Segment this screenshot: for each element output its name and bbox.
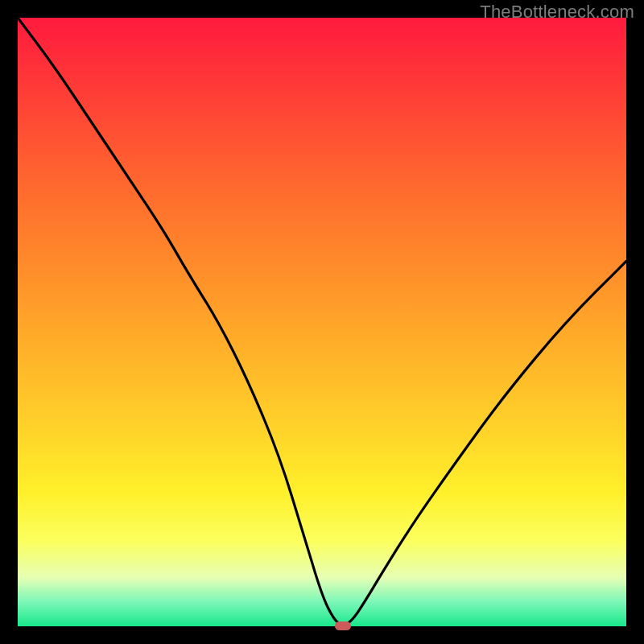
curve-path	[18, 18, 626, 625]
bottleneck-curve	[18, 18, 626, 626]
plot-area	[18, 18, 626, 626]
chart-frame: TheBottleneck.com	[0, 0, 644, 644]
minimum-marker	[335, 621, 351, 630]
